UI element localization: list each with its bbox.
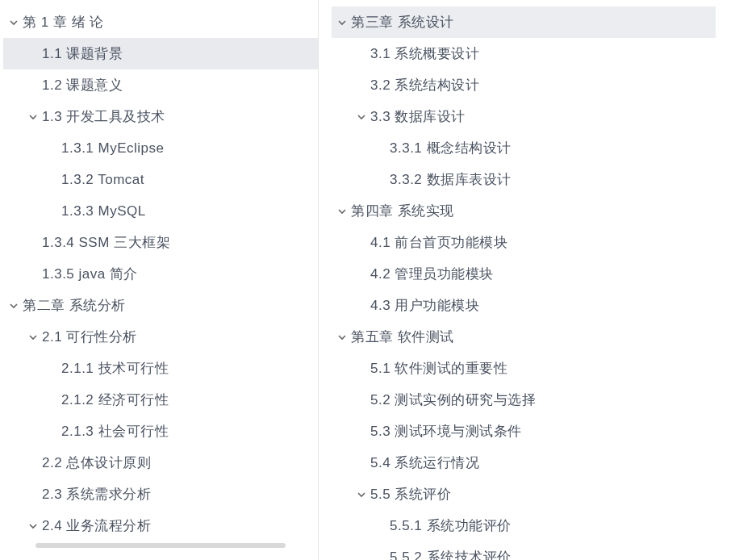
outline-item[interactable]: 1.2 课题意义 <box>3 69 318 101</box>
outline-item-label: 3.1 系统概要设计 <box>370 44 479 63</box>
outline-item[interactable]: 2.1.2 经济可行性 <box>3 384 318 416</box>
outline-item[interactable]: 4.1 前台首页功能模块 <box>332 227 732 258</box>
outline-item-label: 2.2 总体设计原则 <box>42 453 151 472</box>
outline-item-label: 4.3 用户功能模块 <box>370 296 479 315</box>
chevron-down-icon[interactable] <box>6 15 21 30</box>
outline-item-label: 5.5.2 系统技术评价 <box>390 548 512 560</box>
outline-item-label: 第三章 系统设计 <box>351 13 454 31</box>
outline-item-label: 1.3 开发工具及技术 <box>42 107 165 126</box>
outline-item[interactable]: 1.3 开发工具及技术 <box>3 101 318 132</box>
outline-item-label: 第四章 系统实现 <box>351 202 454 220</box>
outline-item[interactable]: 5.5.1 系统功能评价 <box>332 510 732 541</box>
outline-item[interactable]: 5.5 系统评价 <box>332 479 732 510</box>
outline-item-label: 1.3.5 java 简介 <box>42 265 138 283</box>
outline-item-label: 第 1 章 绪 论 <box>23 13 104 31</box>
outline-item[interactable]: 3.3 数据库设计 <box>332 101 732 132</box>
outline-item[interactable]: 3.2 系统结构设计 <box>332 69 732 101</box>
outline-item-label: 5.2 测试实例的研究与选择 <box>370 391 536 409</box>
chevron-down-icon[interactable] <box>335 330 349 345</box>
outline-item-label: 4.2 管理员功能模块 <box>370 265 494 283</box>
horizontal-scrollbar[interactable] <box>35 543 286 548</box>
outline-item[interactable]: 第 1 章 绪 论 <box>3 6 318 38</box>
chevron-down-icon[interactable] <box>6 299 21 313</box>
outline-item[interactable]: 1.3.3 MySQL <box>3 195 318 227</box>
outline-item-label: 5.1 软件测试的重要性 <box>370 359 507 378</box>
outline-item-label: 4.1 前台首页功能模块 <box>370 233 507 252</box>
outline-item[interactable]: 5.4 系统运行情况 <box>332 447 732 479</box>
outline-item[interactable]: 第四章 系统实现 <box>332 195 732 227</box>
outline-item[interactable]: 1.3.1 MyEclipse <box>3 132 318 164</box>
outline-item-label: 1.3.2 Tomcat <box>61 172 144 188</box>
outline-item[interactable]: 1.1 课题背景 <box>3 38 318 69</box>
outline-item[interactable]: 5.1 软件测试的重要性 <box>332 353 732 384</box>
outline-item-label: 3.3.1 概念结构设计 <box>390 139 512 157</box>
outline-item[interactable]: 第五章 软件测试 <box>332 321 732 353</box>
chevron-down-icon[interactable] <box>354 110 369 124</box>
outline-item[interactable]: 1.3.5 java 简介 <box>3 258 318 290</box>
outline-item[interactable]: 第三章 系统设计 <box>332 6 716 38</box>
outline-item-label: 5.5.1 系统功能评价 <box>390 516 512 535</box>
outline-item-label: 第二章 系统分析 <box>23 296 126 315</box>
outline-item-label: 2.1.1 技术可行性 <box>61 359 169 378</box>
chevron-down-icon[interactable] <box>354 487 369 502</box>
outline-item-label: 5.3 测试环境与测试条件 <box>370 422 522 441</box>
outline-item[interactable]: 2.1 可行性分析 <box>3 321 318 353</box>
outline-item[interactable]: 第二章 系统分析 <box>3 290 318 321</box>
outline-item-label: 3.3.2 数据库表设计 <box>390 170 512 189</box>
outline-item[interactable]: 5.3 测试环境与测试条件 <box>332 416 732 447</box>
outline-item[interactable]: 3.1 系统概要设计 <box>332 38 732 69</box>
outline-item-label: 2.4 业务流程分析 <box>42 516 151 535</box>
outline-item[interactable]: 5.5.2 系统技术评价 <box>332 541 732 560</box>
outline-item[interactable]: 3.3.2 数据库表设计 <box>332 164 732 195</box>
chevron-down-icon[interactable] <box>26 330 40 345</box>
outline-panel-left: 第 1 章 绪 论1.1 课题背景1.2 课题意义1.3 开发工具及技术1.3.… <box>0 0 319 560</box>
outline-item-label: 2.1.3 社会可行性 <box>61 422 169 441</box>
chevron-down-icon[interactable] <box>26 110 40 124</box>
outline-item[interactable]: 1.3.4 SSM 三大框架 <box>3 227 318 258</box>
chevron-down-icon[interactable] <box>26 519 40 533</box>
outline-item[interactable]: 2.1.1 技术可行性 <box>3 353 318 384</box>
chevron-down-icon[interactable] <box>335 204 349 219</box>
chevron-down-icon[interactable] <box>335 15 349 30</box>
outline-item-label: 1.3.3 MySQL <box>61 203 146 219</box>
outline-item-label: 1.3.1 MyEclipse <box>61 140 165 157</box>
outline-item[interactable]: 2.1.3 社会可行性 <box>3 416 318 447</box>
outline-item-label: 3.3 数据库设计 <box>370 107 466 126</box>
outline-item[interactable]: 4.2 管理员功能模块 <box>332 258 732 290</box>
outline-item[interactable]: 3.3.1 概念结构设计 <box>332 132 732 164</box>
outline-item[interactable]: 5.2 测试实例的研究与选择 <box>332 384 732 416</box>
outline-item-label: 5.5 系统评价 <box>370 485 451 504</box>
outline-item[interactable]: 1.3.2 Tomcat <box>3 164 318 195</box>
outline-item-label: 2.1.2 经济可行性 <box>61 391 169 409</box>
outline-item-label: 5.4 系统运行情况 <box>370 453 479 472</box>
outline-item-label: 第五章 软件测试 <box>351 328 454 346</box>
outline-item[interactable]: 2.3 系统需求分析 <box>3 479 318 510</box>
outline-item-label: 3.2 系统结构设计 <box>370 76 479 94</box>
outline-item-label: 2.3 系统需求分析 <box>42 485 151 504</box>
outline-item-label: 1.1 课题背景 <box>42 44 123 63</box>
outline-panel-right: 第三章 系统设计3.1 系统概要设计3.2 系统结构设计3.3 数据库设计3.3… <box>319 0 735 560</box>
outline-item-label: 1.2 课题意义 <box>42 76 123 94</box>
outline-item[interactable]: 2.4 业务流程分析 <box>3 510 318 541</box>
outline-item-label: 1.3.4 SSM 三大框架 <box>42 233 170 252</box>
outline-item-label: 2.1 可行性分析 <box>42 328 137 346</box>
outline-item[interactable]: 4.3 用户功能模块 <box>332 290 732 321</box>
outline-item[interactable]: 2.2 总体设计原则 <box>3 447 318 479</box>
